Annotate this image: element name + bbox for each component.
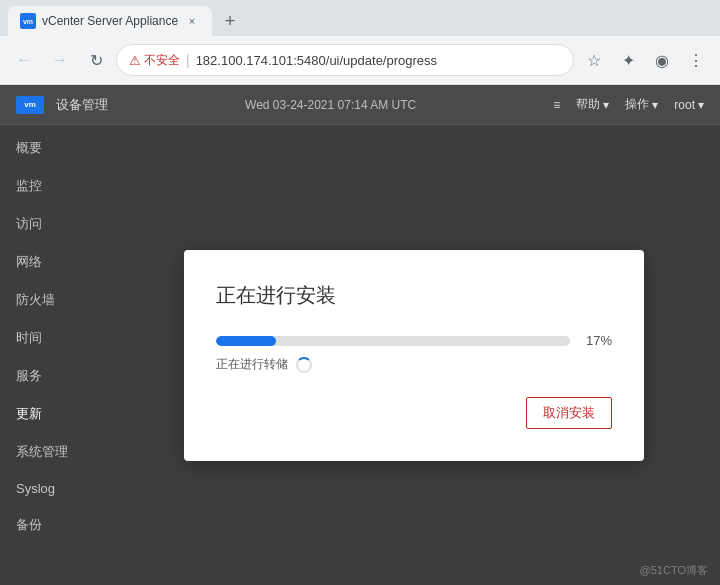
security-label: 不安全 — [144, 52, 180, 69]
app-content: vm 设备管理 Wed 03-24-2021 07:14 AM UTC ≡ 帮助… — [0, 85, 720, 585]
tab-bar: vCenter Server Appliance × + — [0, 0, 720, 36]
sidebar-item-backup-label: 备份 — [16, 516, 42, 534]
menu-icon: ≡ — [553, 98, 560, 112]
sidebar-item-firewall-label: 防火墙 — [16, 291, 55, 309]
cancel-install-button[interactable]: 取消安装 — [526, 397, 612, 429]
url-separator: | — [186, 52, 190, 68]
menu-icon-button[interactable]: ≡ — [553, 98, 560, 112]
sidebar-item-firewall[interactable]: 防火墙 — [0, 281, 108, 319]
sidebar-item-time[interactable]: 时间 — [0, 319, 108, 357]
help-menu[interactable]: 帮助 ▾ — [576, 96, 609, 113]
tab-close-button[interactable]: × — [184, 13, 200, 29]
app-datetime: Wed 03-24-2021 07:14 AM UTC — [245, 98, 416, 112]
browser-chrome: vCenter Server Appliance × + ← → ↻ ⚠ 不安全… — [0, 0, 720, 85]
actions-chevron-icon: ▾ — [652, 98, 658, 112]
watermark: @51CTO博客 — [640, 563, 708, 578]
toolbar-right: ☆ ✦ ◉ ⋮ — [578, 44, 712, 76]
sidebar-item-network[interactable]: 网络 — [0, 243, 108, 281]
actions-label: 操作 — [625, 96, 649, 113]
status-text: 正在进行转储 — [216, 356, 288, 373]
warning-icon: ⚠ — [129, 53, 141, 68]
sidebar-item-sysadmin-label: 系统管理 — [16, 443, 68, 461]
nav-bar: ← → ↻ ⚠ 不安全 | 182.100.174.101:5480/ui/up… — [0, 36, 720, 84]
sidebar-item-services-label: 服务 — [16, 367, 42, 385]
sidebar-item-syslog-label: Syslog — [16, 481, 55, 496]
extension-button[interactable]: ✦ — [612, 44, 644, 76]
actions-menu[interactable]: 操作 ▾ — [625, 96, 658, 113]
progress-bar-wrapper: 17% — [216, 333, 612, 348]
progress-container: 17% 正在进行转储 — [216, 333, 612, 373]
modal-footer: 取消安装 — [216, 397, 612, 429]
progress-percent: 17% — [580, 333, 612, 348]
progress-track — [216, 336, 570, 346]
app-header-left: vm 设备管理 — [16, 96, 108, 114]
user-label: root — [674, 98, 695, 112]
sidebar-item-monitoring[interactable]: 监控 — [0, 167, 108, 205]
sidebar-item-network-label: 网络 — [16, 253, 42, 271]
tab-title: vCenter Server Appliance — [42, 14, 178, 28]
app-header-right: ≡ 帮助 ▾ 操作 ▾ root ▾ — [553, 96, 704, 113]
help-label: 帮助 — [576, 96, 600, 113]
refresh-button[interactable]: ↻ — [80, 44, 112, 76]
sidebar-item-syslog[interactable]: Syslog — [0, 471, 108, 506]
sidebar-item-monitoring-label: 监控 — [16, 177, 42, 195]
tab-favicon — [20, 13, 36, 29]
app-title: 设备管理 — [56, 96, 108, 114]
account-button[interactable]: ◉ — [646, 44, 678, 76]
sidebar-item-time-label: 时间 — [16, 329, 42, 347]
sidebar-item-access[interactable]: 访问 — [0, 205, 108, 243]
sidebar: 概要 监控 访问 网络 防火墙 时间 服务 更新 — [0, 125, 108, 585]
sidebar-item-overview[interactable]: 概要 — [0, 129, 108, 167]
sidebar-item-services[interactable]: 服务 — [0, 357, 108, 395]
menu-button[interactable]: ⋮ — [680, 44, 712, 76]
sidebar-item-access-label: 访问 — [16, 215, 42, 233]
active-tab[interactable]: vCenter Server Appliance × — [8, 6, 212, 36]
sidebar-item-backup[interactable]: 备份 — [0, 506, 108, 544]
address-bar[interactable]: ⚠ 不安全 | 182.100.174.101:5480/ui/update/p… — [116, 44, 574, 76]
forward-button[interactable]: → — [44, 44, 76, 76]
sidebar-item-update-label: 更新 — [16, 405, 42, 423]
vm-logo: vm — [16, 96, 44, 114]
sidebar-item-overview-label: 概要 — [16, 139, 42, 157]
main-layout: 概要 监控 访问 网络 防火墙 时间 服务 更新 — [0, 125, 720, 585]
install-modal: 正在进行安装 17% 正在进行转储 — [184, 250, 644, 461]
url-text: 182.100.174.101:5480/ui/update/progress — [196, 53, 437, 68]
new-tab-button[interactable]: + — [216, 7, 244, 35]
user-menu[interactable]: root ▾ — [674, 98, 704, 112]
app-header: vm 设备管理 Wed 03-24-2021 07:14 AM UTC ≡ 帮助… — [0, 85, 720, 125]
modal-overlay: 正在进行安装 17% 正在进行转储 — [108, 125, 720, 585]
loading-spinner — [296, 357, 312, 373]
user-chevron-icon: ▾ — [698, 98, 704, 112]
sidebar-item-update[interactable]: 更新 — [0, 395, 108, 433]
progress-fill — [216, 336, 276, 346]
modal-title: 正在进行安装 — [216, 282, 612, 309]
progress-status: 正在进行转储 — [216, 356, 612, 373]
security-warning: ⚠ 不安全 — [129, 52, 180, 69]
help-chevron-icon: ▾ — [603, 98, 609, 112]
page-content: 正在进行安装 17% 正在进行转储 — [108, 125, 720, 585]
bookmark-button[interactable]: ☆ — [578, 44, 610, 76]
sidebar-item-sysadmin[interactable]: 系统管理 — [0, 433, 108, 471]
back-button[interactable]: ← — [8, 44, 40, 76]
